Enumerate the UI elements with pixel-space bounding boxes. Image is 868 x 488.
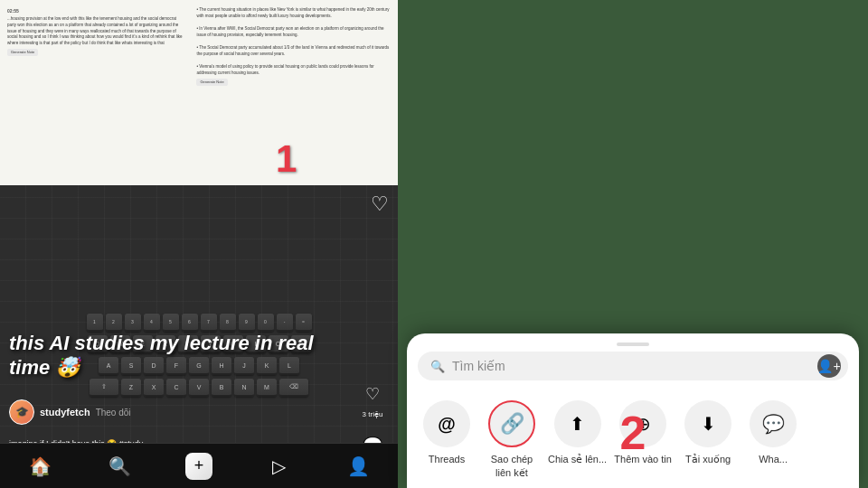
threads-label: Threads [429, 453, 465, 465]
key: 1 [87, 314, 103, 332]
heart-action-icon[interactable]: ♡ [358, 380, 387, 408]
key: 0 [258, 314, 274, 332]
search-bar[interactable]: 🔍 Tìm kiếm 👤+ [418, 352, 848, 380]
doc-left-text: ...housing provision at the low end with… [7, 16, 185, 47]
copy-link-icon-circle[interactable]: 🔗 [488, 400, 535, 447]
whatsapp-icon-circle[interactable]: 💬 [750, 400, 797, 447]
heart-icon[interactable]: ♡ [371, 192, 389, 216]
nav-reels[interactable]: ▷ [265, 453, 292, 480]
key: M [257, 379, 277, 397]
search-placeholder[interactable]: Tìm kiếm [452, 359, 835, 373]
nav-home[interactable]: 🏠 [26, 453, 53, 480]
key: ⌫ [279, 379, 308, 397]
share-up-icon-circle[interactable]: ⬆ [554, 400, 601, 447]
generate-btn-right[interactable]: Generate Note [196, 79, 227, 86]
panel-handle [617, 343, 649, 346]
hearts-action[interactable]: ♡ 3 triệu [358, 380, 387, 418]
key: 7 [201, 314, 217, 332]
key: 2 [106, 314, 122, 332]
nav-add[interactable]: + [185, 453, 212, 480]
key: = [296, 314, 312, 332]
key: X [144, 379, 164, 397]
right-container: 🔍 Tìm kiếm 👤+ @ Threads 🔗 Sao chépliên k… [398, 0, 868, 488]
video-text: this AI studies my lecture in real time … [9, 332, 353, 380]
key: 6 [182, 314, 198, 332]
search-icon: 🔍 [430, 360, 445, 373]
annotation-1: 1 [276, 137, 297, 181]
key: 9 [239, 314, 255, 332]
key: Z [121, 379, 141, 397]
user-info: studyfetch Theo dõi [40, 407, 131, 418]
share-up-label: Chia sẻ lên... [548, 453, 607, 465]
key: 4 [144, 314, 160, 332]
annotation-2: 2 [620, 406, 646, 460]
doc-right-text: • The current housing situation in place… [196, 7, 391, 77]
threads-logo-icon: @ [438, 414, 456, 435]
download-label: Tải xuống [685, 453, 731, 465]
copy-link-icon: 🔗 [500, 412, 524, 436]
key: V [189, 379, 209, 397]
share-option-threads[interactable]: @ Threads [414, 400, 479, 479]
key: 3 [125, 314, 141, 332]
key: 8 [220, 314, 236, 332]
whatsapp-label: Wha... [759, 453, 788, 465]
key: ⇧ [90, 379, 118, 397]
key: B [212, 379, 231, 397]
copy-link-label: Sao chépliên kết [491, 453, 533, 479]
key: - [277, 314, 293, 332]
doc-left: 02:55 ...housing provision at the low en… [4, 4, 189, 182]
key: 5 [163, 314, 179, 332]
document-area: 02:55 ...housing provision at the low en… [0, 0, 398, 185]
share-option-whatsapp[interactable]: 💬 Wha... [741, 400, 806, 479]
username[interactable]: studyfetch [40, 407, 90, 418]
generate-btn-left[interactable]: Generate Note [7, 49, 38, 56]
nav-search[interactable]: 🔍 [106, 453, 133, 480]
follow-button[interactable]: Theo dõi [96, 408, 131, 418]
add-person-icon: 👤+ [817, 359, 840, 373]
share-option-share[interactable]: ⬆ Chia sẻ lên... [544, 400, 610, 479]
share-option-copy-link[interactable]: 🔗 Sao chépliên kết [479, 400, 544, 479]
bottom-nav: 🏠 🔍 + ▷ 👤 [0, 443, 398, 488]
share-option-download[interactable]: ⬇ Tải xuống [675, 400, 741, 479]
share-up-icon: ⬆ [570, 413, 585, 435]
threads-icon-circle[interactable]: @ [423, 400, 470, 447]
share-sheet: 🔍 Tìm kiếm 👤+ @ Threads 🔗 Sao chépliên k… [407, 333, 859, 488]
download-icon-circle[interactable]: ⬇ [684, 400, 731, 447]
key: N [234, 379, 254, 397]
timestamp: 02:55 [7, 7, 185, 14]
whatsapp-icon: 💬 [762, 413, 785, 435]
add-people-button[interactable]: 👤+ [817, 354, 841, 378]
download-icon: ⬇ [701, 413, 716, 435]
left-panel: 02:55 ...housing provision at the low en… [0, 0, 398, 488]
nav-profile[interactable]: 👤 [344, 453, 372, 480]
avatar: 🎓 [9, 399, 34, 425]
hearts-count: 3 triệu [363, 410, 383, 418]
user-bar: 🎓 studyfetch Theo dõi [9, 399, 353, 425]
key: C [166, 379, 186, 397]
